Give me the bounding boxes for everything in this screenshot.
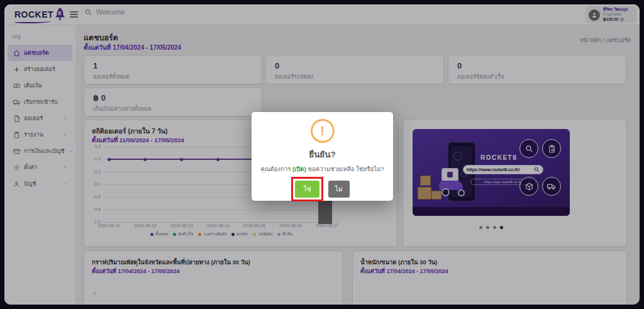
warning-glyph: ! — [320, 123, 325, 138]
message-highlight: (เปิด) — [292, 166, 306, 172]
message-text: ขอความช่วยเหลือ ใช่หรือไม่? — [306, 166, 384, 172]
message-text: คุณต้องการ — [261, 166, 293, 172]
dialog-title: ยืนยัน? — [252, 147, 393, 161]
app-window: ROCKET 8 ศิริพร วัฒนกุล ร้านค้าหลัก ฿100… — [4, 4, 640, 305]
confirm-no-button[interactable]: ไม่ — [328, 181, 350, 198]
confirm-dialog: ! ยืนยัน? คุณต้องการ (เปิด) ขอความช่วยเห… — [252, 112, 393, 201]
warning-icon: ! — [311, 119, 335, 143]
dialog-buttons: ใช่ ไม่ — [252, 181, 393, 198]
dialog-message: คุณต้องการ (เปิด) ขอความช่วยเหลือ ใช่หรื… — [252, 164, 393, 174]
confirm-yes-button[interactable]: ใช่ — [295, 181, 319, 198]
